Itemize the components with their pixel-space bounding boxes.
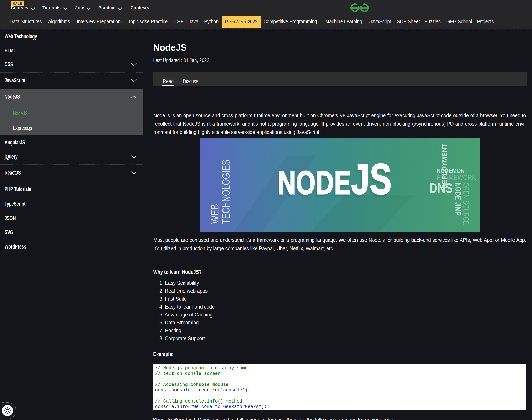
svg-text:DNS: DNS: [429, 180, 453, 196]
svg-text:NODE JIMP: NODE JIMP: [454, 182, 462, 216]
svg-text:OPEN SOURCE: OPEN SOURCE: [462, 182, 471, 225]
svg-text:NODEMON: NODEMON: [437, 167, 464, 174]
svg-text:WEB: WEB: [209, 204, 221, 224]
svg-text:TECHNOLOGIES: TECHNOLOGIES: [220, 160, 232, 224]
svg-text:FRAMEWORK: FRAMEWORK: [437, 173, 476, 181]
